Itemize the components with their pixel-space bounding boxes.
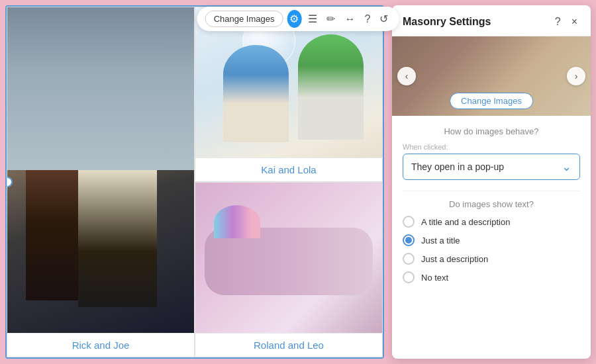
masonry-grid: Rick and Joe Kai and Lola [7,7,383,357]
help-tool-button[interactable]: ? [362,11,373,28]
behavior-question: How do images behave? [403,126,580,136]
cell-title-roland-leo: Roland and Leo [195,333,382,357]
change-images-button[interactable]: Change Images [205,11,283,27]
radio-circle-just-title [403,234,415,246]
preview-carousel: ‹ › Change Images [392,36,591,116]
settings-panel: Masonry Settings ? × ‹ › Change Images H… [392,5,591,359]
settings-help-button[interactable]: ? [552,15,564,29]
cell-title-rick-joe: Rick and Joe [7,333,194,357]
radio-circle-no-text [403,271,415,283]
radio-circle-just-desc [403,253,415,265]
settings-divider [403,191,580,191]
settings-tool-button[interactable]: ⚙ [287,10,301,28]
resize-tool-button[interactable]: ↔ [342,11,358,28]
radio-circle-title-desc [403,216,415,228]
text-question: Do images show text? [403,199,580,209]
pen-tool-button[interactable]: ✏ [324,10,338,28]
dropdown-arrow-icon: ⌄ [562,159,571,174]
grid-cell-rick-joe[interactable]: Rick and Joe [7,7,195,357]
settings-header-actions: ? × [552,15,580,29]
radio-title-desc[interactable]: A title and a description [403,216,580,228]
radio-just-title[interactable]: Just a title [403,234,580,246]
dropdown-value: They open in a pop-up [411,161,504,172]
carousel-change-images-button[interactable]: Change Images [450,93,533,109]
main-toolbar: Change Images ⚙ ☰ ✏ ↔ ? ↺ [197,7,399,31]
cell-title-kai-lola: Kai and Lola [195,158,382,181]
radio-no-text[interactable]: No text [403,271,580,283]
grid-cell-roland-leo[interactable]: Roland and Leo [195,182,383,357]
radio-label-just-title: Just a title [421,236,460,246]
radio-label-title-desc: A title and a description [421,217,510,227]
radio-label-just-desc: Just a description [421,254,488,264]
grid-cell-kai-lola[interactable]: Kai and Lola [195,7,383,182]
when-clicked-label: When clicked: [403,143,580,151]
settings-header: Masonry Settings ? × [392,5,591,36]
crop-tool-button[interactable]: ☰ [305,10,320,28]
carousel-next-button[interactable]: › [567,67,585,85]
radio-label-no-text: No text [421,273,448,283]
settings-content: How do images behave? When clicked: They… [392,116,591,359]
canvas-area: Masonry Rick and Joe Kai and Lola [5,5,384,359]
image-roland-leo [195,183,382,333]
radio-just-desc[interactable]: Just a description [403,253,580,265]
settings-close-button[interactable]: × [569,15,580,29]
image-rick-joe [7,7,194,333]
text-options-group: A title and a description Just a title J… [403,216,580,283]
settings-title: Masonry Settings [403,16,491,28]
carousel-prev-button[interactable]: ‹ [397,67,416,85]
when-clicked-dropdown[interactable]: They open in a pop-up ⌄ [403,154,580,180]
undo-tool-button[interactable]: ↺ [377,10,391,28]
